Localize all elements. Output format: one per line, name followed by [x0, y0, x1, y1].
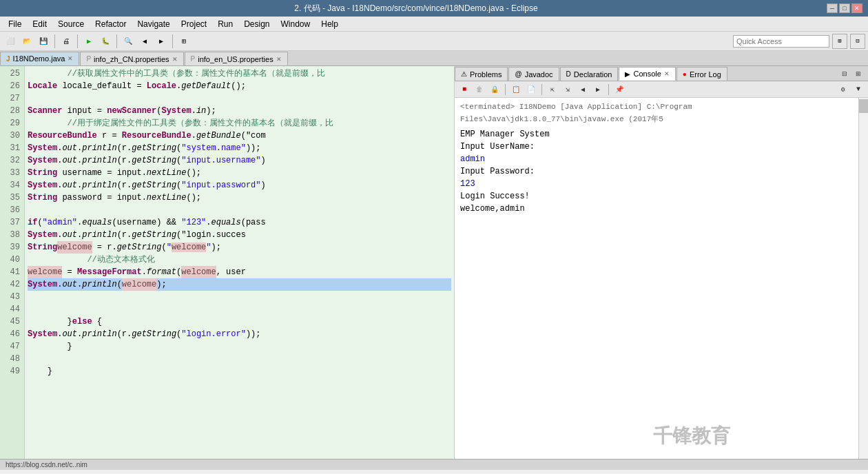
console-copy[interactable]: 📋	[509, 83, 523, 96]
code-line-28: Scanner input = new Scanner(System.in);	[28, 105, 451, 117]
toolbar-search[interactable]: 🔍	[121, 34, 136, 49]
code-line-32: System.out.println(r.getString("input.us…	[28, 154, 451, 167]
console-settings[interactable]: ⚙	[836, 83, 850, 96]
toolbar-open-perspective[interactable]: ⊞	[832, 34, 847, 49]
console-toolbar: ■ 🗑 🔒 📋 📄 ⇱ ⇲ ◀ ▶ 📌 ⚙ ▼	[455, 81, 868, 98]
code-line-38: System.out.println(r.getString("login.su…	[28, 229, 451, 241]
toolbar-sep-2	[77, 34, 78, 48]
code-line-39: String welcome = r.getString("welcome");	[28, 241, 451, 254]
tab-close-en[interactable]: ✕	[276, 56, 282, 63]
titlebar-controls: ─ □ ✕	[827, 3, 862, 13]
toolbar-perspective[interactable]: ⊞	[176, 34, 192, 49]
statusbar: https://blog.csdn.net/c..nim	[0, 459, 868, 470]
console-line: 123	[460, 178, 853, 190]
code-line-34: System.out.println(r.getString("input.pa…	[28, 179, 451, 192]
code-line-48	[28, 353, 451, 365]
file-tab-label-zh: info_zh_CN.properties	[94, 55, 169, 63]
props-icon-zh: P	[86, 55, 91, 63]
file-tab-label-en: info_en_US.properties	[198, 55, 273, 63]
menu-file[interactable]: File	[3, 17, 27, 31]
menu-run[interactable]: Run	[212, 17, 238, 31]
panel-minimize[interactable]: ⊟	[838, 67, 851, 81]
quick-access-input[interactable]	[733, 35, 829, 48]
console-line: admin	[460, 153, 853, 165]
file-tab-i18ndemo[interactable]: J I18NDemo.java ✕	[0, 52, 79, 65]
toolbar-back[interactable]: ◀	[137, 34, 152, 49]
console-content: <terminated> I18NDemo [Java Application]…	[455, 98, 858, 459]
quick-access-box: ⊞ ⊟	[733, 34, 865, 49]
menubar: File Edit Source Refactor Navigate Proje…	[0, 17, 868, 32]
javadoc-icon: @	[515, 70, 521, 78]
code-line-25: //获取属性文件中的工具类（参数：属性文件的基本名（就是前缀，比	[28, 68, 451, 80]
console-sep-1	[505, 84, 506, 95]
console-next[interactable]: ▶	[591, 83, 605, 96]
code-editor[interactable]: 25 26 27 28 29 30 31 32 33 34 35 36 37 3…	[0, 66, 455, 459]
menu-edit[interactable]: Edit	[27, 17, 52, 31]
menu-window[interactable]: Window	[276, 17, 316, 31]
menu-source[interactable]: Source	[52, 17, 90, 31]
toolbar-debug[interactable]: 🐛	[98, 34, 113, 49]
panel-tab-console-label: Console	[633, 70, 661, 78]
file-tab-zh[interactable]: P info_zh_CN.properties ✕	[80, 52, 183, 65]
menu-navigate[interactable]: Navigate	[132, 17, 175, 31]
console-down-arrow[interactable]: ▼	[851, 83, 865, 96]
toolbar-new[interactable]: ⬜	[3, 34, 18, 49]
toolbar-forward[interactable]: ▶	[154, 34, 169, 49]
menu-project[interactable]: Project	[176, 17, 212, 31]
close-button[interactable]: ✕	[851, 3, 862, 13]
console-pin[interactable]: 📌	[612, 83, 626, 96]
panel-tab-declaration-label: Declaration	[574, 70, 612, 79]
console-prev[interactable]: ◀	[576, 83, 590, 96]
toolbar-switch-workspace[interactable]: ⊟	[850, 34, 865, 49]
panel-tab-javadoc[interactable]: @ Javadoc	[508, 67, 559, 81]
panel-tab-problems[interactable]: ⚠ Problems	[455, 67, 508, 81]
code-line-41: welcome = MessageFormat.format(welcome, …	[28, 266, 451, 278]
maximize-button[interactable]: □	[839, 3, 850, 13]
menu-refactor[interactable]: Refactor	[90, 17, 132, 31]
panel-maximize[interactable]: ⊞	[851, 67, 865, 81]
console-vscrollbar[interactable]	[858, 98, 868, 459]
console-line: Login Success!	[460, 190, 853, 203]
console-lines: EMP Manager SystemInput UserName:adminIn…	[460, 128, 853, 215]
panel-tab-errorlog[interactable]: ● Error Log	[676, 67, 727, 81]
code-line-44	[28, 303, 451, 316]
toolbar-open[interactable]: 📂	[19, 34, 34, 49]
code-line-26: Locale locale_default = Locale.getDefaul…	[28, 80, 451, 92]
toolbar-print[interactable]: 🖨	[59, 34, 74, 49]
editor-scroll[interactable]: 25 26 27 28 29 30 31 32 33 34 35 36 37 3…	[0, 66, 454, 459]
code-area: 25 26 27 28 29 30 31 32 33 34 35 36 37 3…	[0, 66, 454, 459]
panel-tab-console[interactable]: ▶ Console ✕	[619, 67, 675, 81]
code-line-47: }	[28, 340, 451, 353]
console-stop[interactable]: ■	[457, 83, 471, 96]
code-line-33: String username = input.nextLine();	[28, 167, 451, 179]
console-scroll-area[interactable]: <terminated> I18NDemo [Java Application]…	[455, 98, 868, 459]
minimize-button[interactable]: ─	[827, 3, 838, 13]
console-clear[interactable]: 🗑	[473, 83, 486, 96]
console-scroll-lock[interactable]: 🔒	[488, 83, 502, 96]
line-numbers: 25 26 27 28 29 30 31 32 33 34 35 36 37 3…	[0, 66, 25, 459]
panel-tab-console-close[interactable]: ✕	[664, 70, 670, 77]
menu-help[interactable]: Help	[316, 17, 344, 31]
code-content: //获取属性文件中的工具类（参数：属性文件的基本名（就是前缀，比 Locale …	[25, 66, 454, 459]
panel-controls: ⊟ ⊞	[838, 67, 868, 81]
menu-design[interactable]: Design	[238, 17, 275, 31]
code-line-36	[28, 204, 451, 216]
code-line-45: }else {	[28, 316, 451, 328]
java-icon: J	[6, 55, 10, 63]
toolbar-run[interactable]: ▶	[81, 34, 96, 49]
console-expand[interactable]: ⇱	[546, 83, 559, 96]
console-paste[interactable]: 📄	[524, 83, 538, 96]
file-tab-en[interactable]: P info_en_US.properties ✕	[185, 52, 288, 65]
right-panel: ⚠ Problems @ Javadoc D Declaration ▶ Con…	[455, 66, 868, 459]
code-line-35: String password = input.nextLine();	[28, 192, 451, 204]
code-line-29: //用于绑定属性文件的工具类（参数：属性文件的基本名（就是前缀，比	[28, 117, 451, 130]
console-line: welcome,admin	[460, 203, 853, 215]
tab-close-zh[interactable]: ✕	[172, 56, 178, 63]
status-text: https://blog.csdn.net/c..nim	[6, 461, 87, 468]
toolbar-save[interactable]: 💾	[36, 34, 51, 49]
panel-tab-javadoc-label: Javadoc	[525, 70, 553, 79]
panel-tab-problems-label: Problems	[470, 70, 502, 79]
tab-close-i18ndemo[interactable]: ✕	[68, 55, 73, 62]
console-collapse[interactable]: ⇲	[561, 83, 575, 96]
panel-tab-declaration[interactable]: D Declaration	[560, 67, 619, 81]
